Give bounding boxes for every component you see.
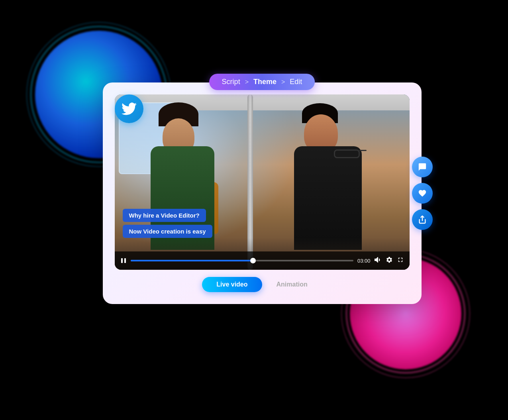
comment-icon — [418, 163, 427, 171]
person-right-body — [294, 146, 362, 250]
twitter-badge[interactable] — [115, 94, 143, 123]
time-display: 03:00 — [357, 258, 371, 264]
progress-fill — [131, 260, 253, 261]
video-background — [115, 94, 410, 270]
volume-icon[interactable] — [375, 257, 382, 264]
caption-line-1: Why hire a Video Editor? — [123, 209, 206, 222]
twitter-icon — [122, 101, 137, 116]
breadcrumb-script[interactable]: Script — [222, 78, 240, 86]
share-button[interactable] — [412, 209, 433, 230]
side-actions — [412, 157, 433, 230]
breadcrumb-sep1: > — [245, 79, 249, 86]
tab-row: Live video Animation — [115, 277, 410, 292]
svg-rect-0 — [121, 258, 123, 263]
share-icon — [418, 215, 427, 224]
scene: Script > Theme > Edit — [35, 31, 473, 389]
settings-icon[interactable] — [386, 256, 393, 265]
heart-button[interactable] — [412, 183, 433, 204]
breadcrumb-sep2: > — [281, 79, 285, 86]
tab-live-video[interactable]: Live video — [202, 277, 262, 292]
caption-line-2: Now Video creation is easy — [123, 225, 212, 238]
person-right — [290, 114, 370, 250]
progress-bar[interactable] — [131, 260, 353, 261]
pause-button[interactable] — [120, 257, 127, 264]
fullscreen-icon[interactable] — [397, 256, 404, 265]
progress-thumb[interactable] — [250, 258, 256, 263]
video-controls: 03:00 — [115, 251, 410, 270]
glasses — [334, 149, 360, 158]
main-card: Script > Theme > Edit — [103, 82, 422, 304]
svg-rect-1 — [124, 258, 126, 263]
comment-button[interactable] — [412, 157, 433, 177]
heart-icon — [418, 189, 427, 198]
video-player[interactable]: Why hire a Video Editor? Now Video creat… — [115, 94, 410, 270]
breadcrumb-edit[interactable]: Edit — [290, 78, 302, 86]
tab-animation[interactable]: Animation — [262, 277, 322, 292]
breadcrumb-theme[interactable]: Theme — [253, 78, 277, 86]
breadcrumb[interactable]: Script > Theme > Edit — [209, 74, 315, 90]
